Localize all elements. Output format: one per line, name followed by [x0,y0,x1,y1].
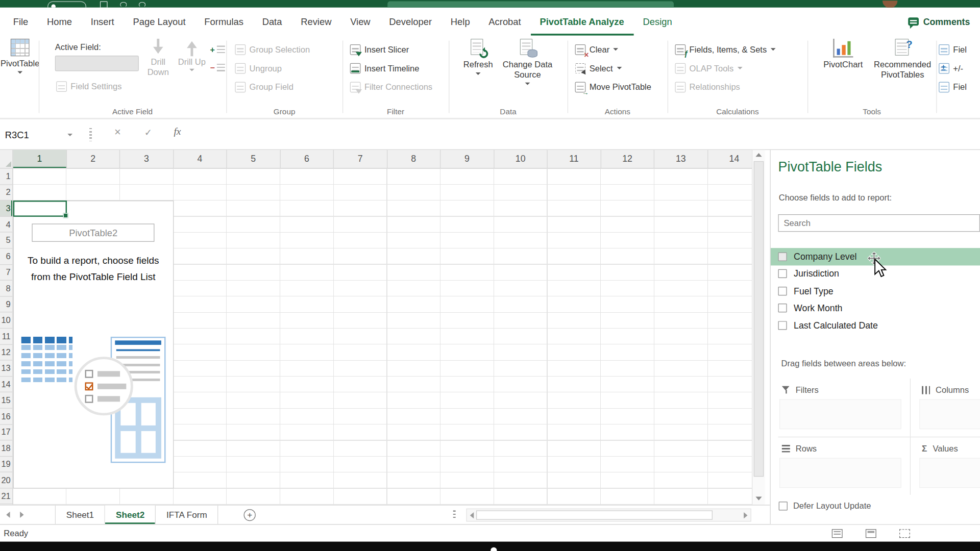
row-header[interactable]: 9 [0,296,12,312]
field-item-last-calculated-date[interactable]: Last Calculated Date [771,317,980,334]
pivotchart-button[interactable]: PivotChart [821,39,865,70]
save-icon[interactable] [100,1,108,7]
insert-timeline-button[interactable]: Insert Timeline [350,60,420,77]
move-pivottable-button[interactable]: Move PivotTable [575,79,651,95]
page-break-view-icon[interactable] [899,529,910,538]
collapse-field-button[interactable]: − [210,64,225,72]
field-item-work-month[interactable]: Work Month [771,299,980,317]
column-header[interactable]: 14 [708,150,752,168]
row-header[interactable]: 1 [0,169,12,185]
column-header[interactable]: 7 [334,150,387,168]
row-header[interactable]: 12 [0,344,12,360]
rows-area[interactable]: Rows [778,437,910,495]
checkbox[interactable] [778,304,787,312]
ungroup-button[interactable]: Ungroup [235,60,282,77]
sheet-tab-sheet1[interactable]: Sheet1 [55,506,105,524]
sheet-tab-ifta-form[interactable]: IFTA Form [156,506,218,524]
row-header[interactable]: 10 [0,313,12,329]
clear-button[interactable]: Clear [575,41,619,58]
rows-drop-zone[interactable] [779,458,901,488]
defer-layout-update[interactable]: Defer Layout Update [779,501,871,510]
row-header[interactable]: 19 [0,457,12,472]
scroll-left-arrow[interactable] [470,512,474,518]
fields-search-input[interactable] [778,214,980,232]
formula-bar-grip[interactable] [89,128,92,141]
column-header[interactable]: 9 [440,150,494,168]
select-all-corner[interactable] [0,150,13,169]
values-area[interactable]: Values [910,437,980,495]
tab-split-handle[interactable] [453,510,456,519]
row-header[interactable]: 8 [0,281,12,296]
filters-area[interactable]: Filters [778,379,910,437]
ribbon-tab[interactable]: File [4,8,37,36]
insert-slicer-button[interactable]: Insert Slicer [350,41,409,58]
ribbon-tab[interactable]: Formulas [195,8,253,36]
filter-connections-button[interactable]: Filter Connections [350,79,432,95]
row-header[interactable]: 13 [0,361,12,377]
ribbon-tab[interactable]: Developer [380,8,441,36]
field-headers-button[interactable]: Fiel [939,79,967,95]
sheet-tab-sheet2[interactable]: Sheet2 [105,506,156,524]
column-header[interactable]: 10 [494,150,548,168]
select-button[interactable]: Select [575,60,622,77]
columns-area[interactable]: Columns [910,379,980,437]
undo-icon[interactable] [120,2,127,8]
checkbox[interactable] [778,287,787,295]
search-bar[interactable] [387,1,674,7]
row-header[interactable]: 16 [0,409,12,424]
redo-icon[interactable] [139,2,145,8]
plus-minus-buttons-button[interactable]: +/- [939,60,963,77]
cancel-icon[interactable]: × [114,126,121,139]
change-data-source-button[interactable]: Change Data Source [499,39,556,85]
next-sheet-button[interactable] [20,512,23,518]
row-header[interactable]: 20 [0,472,12,488]
insert-function-icon[interactable]: fx [174,126,181,137]
row-header[interactable]: 21 [0,488,12,504]
drill-down-button[interactable]: Drill Down [142,39,174,78]
column-header[interactable]: 5 [227,150,280,168]
horizontal-scrollbar[interactable] [466,509,751,522]
fields-items-sets-button[interactable]: Fields, Items, & Sets [675,41,775,58]
column-header[interactable]: 8 [387,150,441,168]
ribbon-tab[interactable]: Design [633,8,681,36]
olap-tools-button[interactable]: OLAP Tools [675,60,742,77]
relationships-button[interactable]: Relationships [675,79,740,95]
row-header[interactable]: 18 [0,440,12,456]
ribbon-tab[interactable]: Data [253,8,291,36]
normal-view-icon[interactable] [832,529,843,538]
pivottable-button[interactable]: PivotTable [3,39,38,73]
column-header[interactable]: 1 [13,150,67,168]
column-header[interactable]: 6 [280,150,334,168]
ribbon-tab[interactable]: Help [441,8,479,36]
row-header[interactable]: 6 [0,248,12,264]
user-avatar[interactable] [883,1,897,7]
recommended-pivottables-button[interactable]: Recommended PivotTables [868,39,938,80]
row-header[interactable]: 15 [0,392,12,408]
row-header[interactable]: 11 [0,329,12,344]
selected-cell[interactable] [13,201,67,216]
row-header[interactable]: 17 [0,424,12,440]
values-drop-zone[interactable] [919,458,980,488]
ribbon-tab[interactable]: Home [38,8,82,36]
autosave-toggle[interactable] [47,1,86,7]
ribbon-tab[interactable]: Page Layout [124,8,195,36]
vertical-scrollbar-thumb[interactable] [754,161,764,477]
group-field-button[interactable]: Group Field [235,79,293,95]
row-header[interactable]: 7 [0,265,12,281]
column-header[interactable]: 2 [66,150,120,168]
page-layout-view-icon[interactable] [866,529,876,538]
column-header[interactable]: 13 [654,150,708,168]
prev-sheet-button[interactable] [6,512,10,518]
checkbox[interactable] [778,252,787,261]
scroll-up-arrow[interactable] [755,153,762,157]
expand-field-button[interactable]: + [210,45,225,54]
row-header[interactable]: 2 [0,185,12,201]
column-header[interactable]: 3 [120,150,174,168]
ribbon-tab[interactable]: Insert [81,8,124,36]
group-selection-button[interactable]: Group Selection [235,41,310,58]
enter-icon[interactable]: ✓ [144,127,152,138]
scroll-down-arrow[interactable] [755,496,762,500]
field-settings-button[interactable]: Field Settings [56,81,121,92]
ribbon-tab[interactable]: View [341,8,380,36]
comments-button[interactable]: Comments [898,8,980,36]
